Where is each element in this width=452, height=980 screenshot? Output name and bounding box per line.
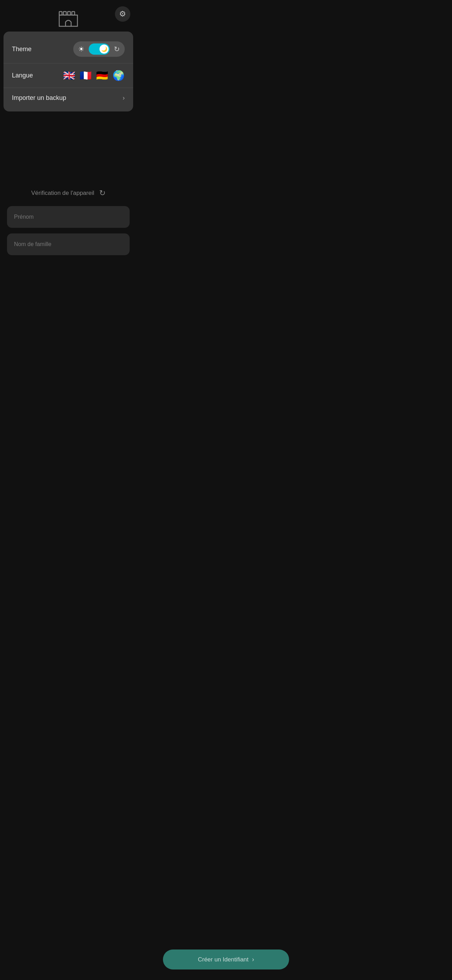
castle-logo [58,11,79,28]
svg-rect-2 [68,11,70,15]
prenom-input[interactable] [7,206,130,228]
settings-gear-button[interactable]: ⚙ [115,6,131,22]
gear-icon: ⚙ [119,10,126,19]
moon-icon: 🌙 [101,46,107,52]
settings-dropdown-panel: Theme ☀ 🌙 ↻ Langue 🇬🇧 🇫🇷 🇩🇪 🌍 [3,32,133,111]
flag-fr[interactable]: 🇫🇷 [80,70,92,81]
svg-rect-0 [59,11,62,15]
langue-label: Langue [12,72,33,79]
chevron-right-icon: › [123,94,125,102]
logo-area [58,11,79,28]
import-backup-row[interactable]: Importer un backup › [3,88,133,108]
theme-toggle-switch[interactable]: 🌙 [89,43,110,55]
sun-icon[interactable]: ☀ [76,44,86,54]
main-content: Vérification de l'appareil ↻ [0,111,137,296]
theme-refresh-icon[interactable]: ↻ [112,44,122,54]
theme-row: Theme ☀ 🌙 ↻ [3,35,133,64]
svg-rect-3 [72,11,75,15]
flag-world[interactable]: 🌍 [113,70,125,81]
verification-header: Vérification de l'appareil ↻ [31,189,105,198]
langue-row: Langue 🇬🇧 🇫🇷 🇩🇪 🌍 [3,64,133,88]
svg-rect-1 [64,11,66,15]
language-flags: 🇬🇧 🇫🇷 🇩🇪 🌍 [63,70,125,81]
toggle-knob: 🌙 [100,45,108,54]
theme-controls: ☀ 🌙 ↻ [73,41,125,57]
import-backup-label: Importer un backup [12,94,66,102]
verification-section: Vérification de l'appareil ↻ [7,189,130,261]
flag-de[interactable]: 🇩🇪 [96,70,108,81]
nom-input[interactable] [7,234,130,255]
theme-label: Theme [12,46,32,53]
verification-title: Vérification de l'appareil [31,189,94,197]
verification-refresh-button[interactable]: ↻ [99,189,105,198]
refresh-icon: ↻ [99,189,105,197]
flag-uk[interactable]: 🇬🇧 [63,70,75,81]
